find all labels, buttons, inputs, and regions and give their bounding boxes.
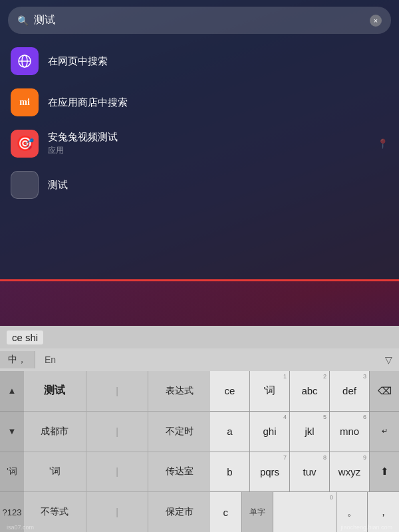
- candidate-row-1: 测试 | 表达式: [24, 371, 210, 412]
- ime-english-button[interactable]: En: [35, 352, 65, 368]
- watermark-container: isa07.com jiaocheng.bian.com: [0, 524, 399, 531]
- result-web-search[interactable]: 在网页中搜索: [0, 41, 399, 82]
- ime-collapse-arrow[interactable]: ▽: [385, 354, 392, 365]
- key-row-1: ce 1 '词 2 abc 3 def ⌫: [210, 371, 399, 412]
- test-app-title: 测试: [48, 179, 388, 192]
- candidate-biaodashi[interactable]: 表达式: [148, 371, 210, 411]
- keyboard: ▲ ▼ '词 ?123 测试 | 表达式 成都市 | 不定时 '词 | 传达室 …: [0, 371, 399, 532]
- pinyin-text: ce shi: [7, 331, 43, 344]
- candidate-ceshi[interactable]: 测试: [24, 371, 86, 411]
- key-row-3: b 7 pqrs 8 tuv 9 wxyz ⬆: [210, 452, 399, 493]
- candidate-row-3: '词 | 传达室: [24, 452, 210, 493]
- candidate-chengdushi[interactable]: 成都市: [24, 412, 86, 452]
- nav-word-button[interactable]: '词: [0, 452, 24, 493]
- nav-up-button[interactable]: ▲: [0, 371, 24, 412]
- enter-button[interactable]: ↵: [370, 412, 399, 452]
- candidate-chuandashi[interactable]: 传达室: [148, 452, 210, 492]
- key-def[interactable]: 3 def: [330, 371, 370, 411]
- store-search-icon: mi: [11, 88, 39, 116]
- search-clear-button[interactable]: ×: [370, 15, 382, 27]
- web-search-text: 在网页中搜索: [48, 55, 388, 68]
- search-bar[interactable]: 🔍 测试 ×: [8, 7, 391, 34]
- watermark-right: jiaocheng.bian.com: [340, 524, 392, 531]
- watermark-left: isa07.com: [7, 524, 34, 531]
- search-panel: 🔍 测试 × 在网页中搜索 mi 在应用商店中搜索: [0, 0, 399, 279]
- key-pqrs[interactable]: 7 pqrs: [250, 452, 290, 492]
- key-abc[interactable]: 2 abc: [290, 371, 330, 411]
- candidate-budingshi[interactable]: 不定时: [148, 412, 210, 452]
- keyboard-left-nav: ▲ ▼ '词 ?123: [0, 371, 24, 532]
- key-b[interactable]: b: [210, 452, 250, 492]
- antutu-subtitle: 应用: [48, 145, 377, 156]
- pin-icon: 📍: [377, 138, 388, 149]
- key-mno[interactable]: 6 mno: [330, 412, 370, 452]
- result-store-search[interactable]: mi 在应用商店中搜索: [0, 82, 399, 123]
- red-separator-line: [0, 279, 399, 281]
- store-search-title: 在应用商店中搜索: [48, 96, 388, 109]
- key-jkl[interactable]: 5 jkl: [290, 412, 330, 452]
- key-ghi[interactable]: 4 ghi: [250, 412, 290, 452]
- shift-button[interactable]: ⬆: [370, 452, 399, 492]
- search-results-list: 在网页中搜索 mi 在应用商店中搜索 🎯 安兔兔视频测试 应用 📍 测: [0, 41, 399, 205]
- nav-down-button[interactable]: ▼: [0, 412, 24, 452]
- test-app-text: 测试: [48, 179, 388, 192]
- candidate-ciword[interactable]: '词: [24, 452, 86, 492]
- key-a[interactable]: a: [210, 412, 250, 452]
- letter-keys-panel: ce 1 '词 2 abc 3 def ⌫ a 4: [210, 371, 399, 532]
- antutu-app-icon: 🎯: [11, 130, 39, 158]
- search-query-text: 测试: [34, 13, 370, 27]
- key-ci-word[interactable]: 1 '词: [250, 371, 290, 411]
- key-ce[interactable]: ce: [210, 371, 250, 411]
- key-row-2: a 4 ghi 5 jkl 6 mno ↵: [210, 412, 399, 452]
- web-search-title: 在网页中搜索: [48, 55, 388, 68]
- web-search-icon: [11, 47, 39, 75]
- backspace-button[interactable]: ⌫: [370, 371, 399, 411]
- ime-chinese-button[interactable]: 中，: [0, 351, 35, 368]
- candidates-panel: 测试 | 表达式 成都市 | 不定时 '词 | 传达室 不等式 | 保定市: [24, 371, 210, 532]
- candidate-row-2: 成都市 | 不定时: [24, 412, 210, 452]
- key-tuv[interactable]: 8 tuv: [290, 452, 330, 492]
- result-test-app[interactable]: 测试: [0, 164, 399, 205]
- search-icon: 🔍: [17, 15, 29, 26]
- antutu-title: 安兔兔视频测试: [48, 131, 377, 144]
- antutu-text: 安兔兔视频测试 应用: [48, 131, 377, 156]
- result-antutu-app[interactable]: 🎯 安兔兔视频测试 应用 📍: [0, 123, 399, 164]
- store-search-text: 在应用商店中搜索: [48, 96, 388, 109]
- test-app-icon: [11, 171, 39, 199]
- key-wxyz[interactable]: 9 wxyz: [330, 452, 370, 492]
- ime-language-bar: 中， En ▽: [0, 348, 399, 371]
- pinyin-input-bar: ce shi: [0, 326, 399, 348]
